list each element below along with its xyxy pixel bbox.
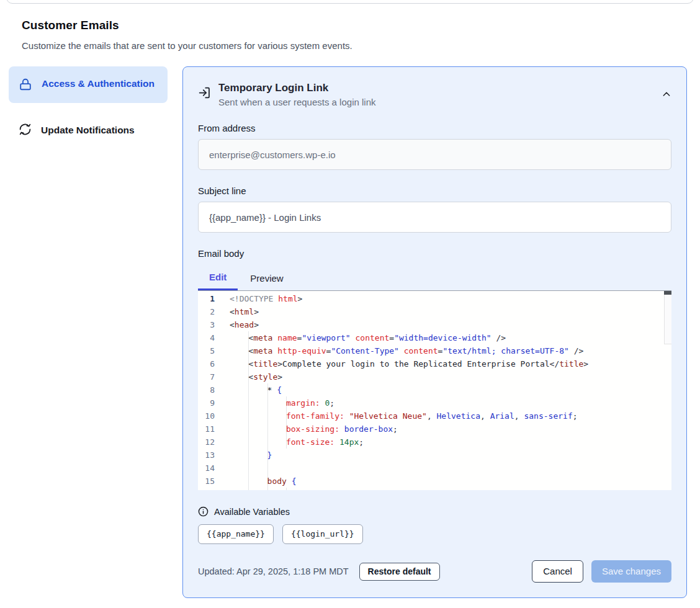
code-text: <html> bbox=[221, 305, 259, 318]
indent-guide bbox=[248, 422, 267, 436]
indent-guide bbox=[230, 409, 249, 422]
code-text: <meta http-equiv="Content-Type" content=… bbox=[221, 344, 583, 357]
from-address-label: From address bbox=[198, 123, 671, 133]
updated-timestamp: Updated: Apr 29, 2025, 1:18 PM MDT bbox=[198, 566, 349, 576]
code-text: <title>Complete your login to the Replic… bbox=[221, 357, 588, 370]
sidebar-item-access-authentication[interactable]: Access & Authentication bbox=[9, 66, 168, 103]
content-area: Access & Authentication Update Notificat… bbox=[0, 66, 700, 598]
code-line: 5<meta http-equiv="Content-Type" content… bbox=[198, 344, 671, 357]
code-line: 9margin: 0; bbox=[198, 396, 671, 409]
indent-guide bbox=[230, 344, 249, 357]
code-text: <head> bbox=[221, 318, 259, 331]
code-line: 14 bbox=[198, 462, 671, 475]
line-number: 7 bbox=[198, 370, 221, 383]
indent-guide bbox=[248, 488, 267, 490]
indent-guide bbox=[230, 488, 249, 490]
sidebar-item-update-notifications[interactable]: Update Notifications bbox=[9, 115, 168, 146]
indent-guide bbox=[267, 396, 287, 409]
code-text: font-size: 14px; bbox=[221, 436, 364, 449]
code-line: 16background-color: #f8f8f8; bbox=[198, 488, 671, 490]
code-editor[interactable]: 1<!DOCTYPE html>2<html>3<head>4<meta nam… bbox=[198, 290, 671, 490]
indent-guide bbox=[248, 409, 267, 422]
page-subtitle: Customize the emails that are sent to yo… bbox=[22, 40, 678, 51]
code-lines: 1<!DOCTYPE html>2<html>3<head>4<meta nam… bbox=[198, 292, 671, 490]
line-number: 16 bbox=[198, 488, 221, 490]
line-number: 9 bbox=[198, 396, 221, 409]
editor-tabbar: Edit Preview bbox=[198, 266, 671, 290]
code-line: 11box-sizing: border-box; bbox=[198, 422, 671, 436]
indent-guide bbox=[230, 475, 249, 488]
indent-guide bbox=[230, 422, 249, 436]
refresh-icon bbox=[19, 123, 32, 138]
sidebar-item-label: Access & Authentication bbox=[42, 76, 155, 91]
from-address-input[interactable] bbox=[198, 139, 671, 170]
editor-scrollbar-track bbox=[664, 291, 671, 344]
line-number: 13 bbox=[198, 449, 221, 462]
collapse-button[interactable] bbox=[662, 89, 671, 99]
panel-footer: Updated: Apr 29, 2025, 1:18 PM MDT Resto… bbox=[198, 560, 671, 583]
code-text: font-family: "Helvetica Neue", Helvetica… bbox=[221, 409, 578, 422]
code-text: <style> bbox=[221, 370, 282, 383]
code-text bbox=[221, 462, 267, 475]
line-number: 1 bbox=[198, 292, 221, 305]
line-number: 14 bbox=[198, 462, 221, 475]
code-line: 8* { bbox=[198, 383, 671, 396]
save-changes-button[interactable]: Save changes bbox=[591, 560, 671, 583]
email-body-label: Email body bbox=[198, 248, 671, 259]
code-text: <!DOCTYPE html> bbox=[221, 292, 302, 305]
indent-guide bbox=[267, 422, 287, 436]
code-text: * { bbox=[221, 383, 282, 396]
subject-line-input[interactable] bbox=[198, 202, 671, 233]
indent-guide bbox=[230, 370, 249, 383]
variable-chips: {{app_name}}{{login_url}} bbox=[198, 524, 671, 544]
code-line: 15body { bbox=[198, 475, 671, 488]
code-line: 4<meta name="viewport" content="width=de… bbox=[198, 331, 671, 344]
code-text: box-sizing: border-box; bbox=[221, 422, 398, 436]
indent-guide bbox=[248, 462, 267, 475]
indent-guide bbox=[248, 436, 267, 449]
line-number: 5 bbox=[198, 344, 221, 357]
tab-preview[interactable]: Preview bbox=[238, 266, 295, 290]
page-title: Customer Emails bbox=[22, 19, 678, 32]
lock-icon bbox=[19, 78, 32, 94]
indent-guide bbox=[248, 383, 267, 396]
page-header: Customer Emails Customize the emails tha… bbox=[0, 0, 700, 51]
line-number: 12 bbox=[198, 436, 221, 449]
tab-edit[interactable]: Edit bbox=[198, 266, 238, 290]
chevron-up-icon bbox=[662, 89, 671, 99]
panel-title: Temporary Login Link bbox=[218, 82, 375, 94]
line-number: 11 bbox=[198, 422, 221, 436]
indent-guide bbox=[230, 357, 249, 370]
panel-header: Temporary Login Link Sent when a user re… bbox=[198, 82, 671, 107]
variable-chip[interactable]: {{login_url}} bbox=[282, 524, 363, 544]
indent-guide bbox=[230, 396, 249, 409]
variable-chip[interactable]: {{app_name}} bbox=[198, 524, 274, 544]
panel-subtitle: Sent when a user requests a login link bbox=[218, 97, 375, 107]
email-types-sidebar: Access & Authentication Update Notificat… bbox=[9, 66, 168, 146]
indent-guide bbox=[248, 449, 267, 462]
code-text: background-color: #f8f8f8; bbox=[221, 488, 412, 490]
indent-guide bbox=[230, 331, 249, 344]
code-line: 10font-family: "Helvetica Neue", Helveti… bbox=[198, 409, 671, 422]
line-number: 8 bbox=[198, 383, 221, 396]
code-text: } bbox=[221, 449, 272, 462]
line-number: 15 bbox=[198, 475, 221, 488]
code-line: 2<html> bbox=[198, 305, 671, 318]
cancel-button[interactable]: Cancel bbox=[532, 560, 583, 583]
line-number: 6 bbox=[198, 357, 221, 370]
indent-guide bbox=[267, 488, 287, 490]
indent-guide bbox=[267, 436, 287, 449]
code-line: 7<style> bbox=[198, 370, 671, 383]
code-line: 6<title>Complete your login to the Repli… bbox=[198, 357, 671, 370]
info-icon bbox=[198, 506, 209, 517]
code-text: <meta name="viewport" content="width=dev… bbox=[221, 331, 506, 344]
indent-guide bbox=[248, 475, 267, 488]
restore-default-button[interactable]: Restore default bbox=[359, 563, 440, 581]
indent-guide bbox=[230, 383, 249, 396]
available-variables-row: Available Variables bbox=[198, 506, 671, 517]
editor-scrollbar-thumb[interactable] bbox=[664, 291, 671, 295]
line-number: 2 bbox=[198, 305, 221, 318]
subject-line-label: Subject line bbox=[198, 186, 671, 196]
indent-guide bbox=[230, 449, 249, 462]
code-line: 13} bbox=[198, 449, 671, 462]
